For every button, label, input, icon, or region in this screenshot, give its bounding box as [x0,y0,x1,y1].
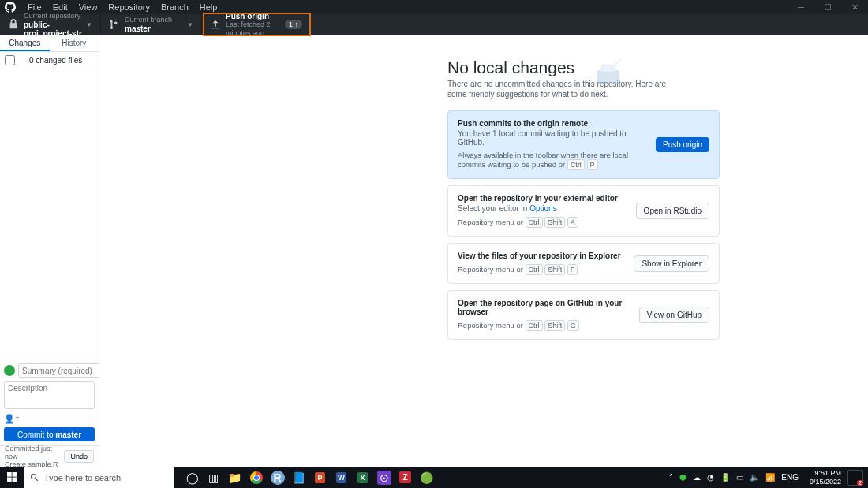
push-count-badge: 1 ↑ [285,20,302,29]
card-text: You have 1 local commit waiting to be pu… [458,129,648,147]
svg-rect-1 [601,65,616,73]
tray-icon[interactable]: ◔ [707,473,714,482]
tray-chevron-icon[interactable]: ˄ [669,473,673,482]
changed-files-header: 0 changed files [0,52,99,69]
svg-rect-5 [12,478,17,482]
powerpoint-icon[interactable]: P [309,467,331,488]
search-icon [30,473,39,482]
upload-icon [210,19,221,30]
taskbar-app[interactable]: 🟢 [416,467,437,488]
push-origin-button[interactable]: Push originLast fetched 2 minutes ago 1 … [202,14,311,35]
taskbar-search[interactable]: Type here to search [24,467,174,488]
svg-rect-0 [597,70,620,84]
rstudio-icon[interactable]: R [267,467,288,488]
suggestion-card: Push commits to the origin remoteYou hav… [447,110,720,179]
card-shortcut: Always available in the toolbar when the… [458,151,648,170]
avatar [4,365,15,376]
undo-button[interactable]: Undo [64,450,94,463]
file-explorer-icon[interactable]: 📁 [224,467,245,488]
status-line1: Committed just now [5,445,64,460]
onedrive-icon[interactable]: ☁ [693,473,701,482]
current-repository-selector[interactable]: Current repositorypublic-proj_project-st… [0,14,101,35]
action-center-icon[interactable] [847,470,863,486]
card-heading: Push commits to the origin remote [458,119,648,128]
card-action-button[interactable]: Show in Explorer [634,255,709,272]
window-maximize[interactable]: ☐ [814,2,841,13]
wifi-icon[interactable]: 📶 [765,473,775,482]
add-coauthor-icon[interactable]: 👤⁺ [4,414,95,424]
select-all-checkbox[interactable] [5,55,15,65]
menu-file[interactable]: File [22,2,47,12]
card-action-button[interactable]: Open in RStudio [636,203,709,219]
card-heading: Open the repository page on GitHub in yo… [458,299,631,316]
tray-icon[interactable]: ⬢ [679,473,687,482]
svg-rect-4 [7,478,12,482]
card-shortcut: Repository menu or Ctrl Shift A [458,217,628,228]
taskview-icon[interactable]: ◯ [181,467,203,488]
word-icon[interactable]: W [331,467,352,488]
menu-edit[interactable]: Edit [47,2,73,12]
volume-icon[interactable]: 🔈 [750,473,759,482]
battery-icon[interactable]: 🔋 [720,473,730,482]
suggestion-card: Open the repository in your external edi… [447,185,720,237]
card-text: Select your editor in Options [458,204,628,213]
menu-branch[interactable]: Branch [155,2,194,12]
toolbar: Current repositorypublic-proj_project-st… [0,14,868,35]
taskbar-clock[interactable]: 9:51 PM9/15/2022 [810,469,841,486]
menubar: File Edit View Repository Branch Help ─ … [0,0,868,14]
commit-status: Committed just now Create sample.R Undo [0,445,99,467]
zotero-icon[interactable]: Z [395,467,416,488]
window-close[interactable]: ✕ [841,2,868,13]
changed-files-count: 0 changed files [29,56,82,65]
menu-repository[interactable]: Repository [103,2,155,12]
commit-button[interactable]: Commit to master [4,427,95,441]
chevron-down-icon: ▼ [86,21,92,28]
content-area: No local changes There are no uncommitte… [99,35,868,467]
network-icon[interactable]: ▭ [736,473,743,482]
card-shortcut: Repository menu or Ctrl Shift G [458,320,631,331]
git-branch-icon [109,19,120,30]
suggestion-card: Open the repository page on GitHub in yo… [447,290,720,340]
card-action-button[interactable]: Push origin [656,137,709,152]
chrome-icon[interactable] [245,467,267,488]
card-action-button[interactable]: View on GitHub [639,307,709,323]
chevron-down-icon: ▼ [187,21,193,28]
empty-state-illustration [593,57,623,87]
svg-line-7 [36,478,38,480]
svg-point-6 [32,474,36,479]
menu-help[interactable]: Help [194,2,223,12]
svg-rect-3 [12,472,17,477]
sidebar: Changes History 0 changed files 👤⁺ Commi… [0,35,99,467]
github-icon [5,2,16,13]
window-minimize[interactable]: ─ [788,2,814,13]
lock-icon [8,19,19,30]
windows-taskbar: Type here to search ◯ ▥ 📁 R 📘 P W X ⊙ Z … [0,467,868,488]
current-branch-selector[interactable]: Current branchmaster ▼ [101,14,202,35]
card-heading: Open the repository in your external edi… [458,194,628,203]
svg-rect-2 [7,472,12,477]
excel-icon[interactable]: X [352,467,373,488]
suggestion-card: View the files of your repository in Exp… [447,243,720,284]
search-placeholder: Type here to search [44,473,121,482]
card-heading: View the files of your repository in Exp… [458,251,626,260]
page-title: No local changes [447,58,720,77]
card-shortcut: Repository menu or Ctrl Shift F [458,264,626,275]
commit-description-input[interactable] [4,381,95,409]
page-subtitle: There are no uncommitted changes in this… [447,79,676,99]
taskbar-app[interactable]: ▥ [203,467,224,488]
taskbar-app[interactable]: 📘 [288,467,309,488]
github-desktop-icon[interactable]: ⊙ [373,467,395,488]
start-button[interactable] [0,467,24,488]
language-indicator[interactable]: ENG [781,473,799,482]
menu-view[interactable]: View [73,2,103,12]
options-link[interactable]: Options [529,204,556,213]
